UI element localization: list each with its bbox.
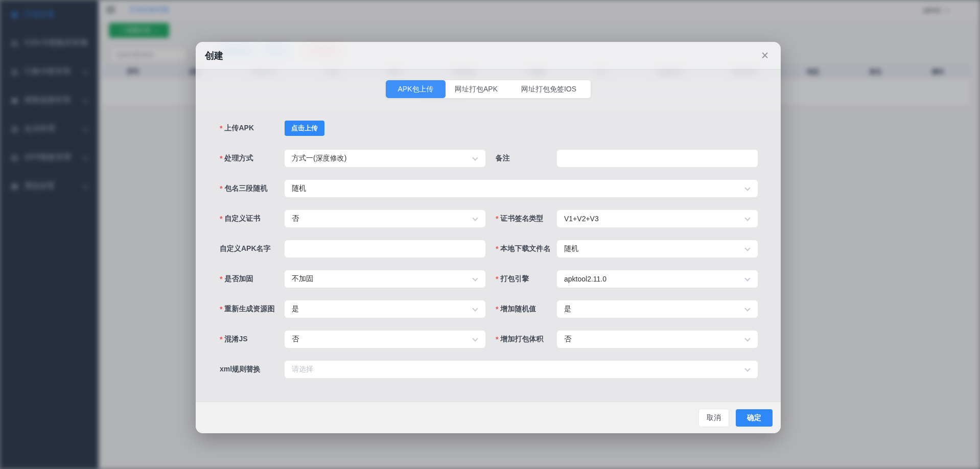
chevron-down-icon xyxy=(472,215,478,221)
harden-label: *是否加固 xyxy=(220,274,285,284)
upload-apk-button[interactable]: 点击上传 xyxy=(285,121,324,136)
regen-resource-label: *重新生成资源图 xyxy=(220,304,285,314)
required-asterisk: * xyxy=(220,184,222,193)
form-field: 否 xyxy=(285,210,485,227)
required-asterisk: * xyxy=(220,154,222,162)
required-asterisk: * xyxy=(220,215,222,223)
form-field: 是 xyxy=(285,300,485,318)
select-value: 否 xyxy=(292,335,468,344)
form-field: 随机 xyxy=(557,240,758,257)
xml-rule-replace-select[interactable]: 请选择 xyxy=(285,361,758,378)
required-asterisk: * xyxy=(220,275,222,283)
required-asterisk: * xyxy=(220,305,222,313)
form-row: *混淆JS否*增加打包体积否 xyxy=(196,324,781,354)
select-value: 不加固 xyxy=(292,274,468,284)
process-mode-select[interactable]: 方式一(深度修改) xyxy=(285,150,485,167)
form-row: xml规则替换请选择 xyxy=(196,354,781,384)
chevron-down-icon xyxy=(744,275,750,281)
close-icon[interactable]: × xyxy=(758,49,772,62)
dialog-body: APK包上传 网址打包APK 网址打包免签IOS *上传APK点击上传*处理方式… xyxy=(196,69,781,402)
cert-sign-type-label: *证书签名类型 xyxy=(485,214,557,223)
add-package-size-label: *增加打包体积 xyxy=(485,335,557,344)
custom-apk-name-field[interactable] xyxy=(285,240,485,257)
chevron-down-icon xyxy=(744,215,750,221)
form-field: 否 xyxy=(557,331,758,348)
chevron-down-icon xyxy=(472,306,478,311)
chevron-down-icon xyxy=(744,185,750,191)
form-row: *重新生成资源图是*增加随机值是 xyxy=(196,294,781,324)
required-asterisk: * xyxy=(496,245,498,253)
dialog-header: 创建 × xyxy=(196,42,781,69)
dialog-footer: 取消 确定 xyxy=(196,402,781,433)
select-value: 请选择 xyxy=(292,365,740,374)
select-value: 随机 xyxy=(292,184,740,193)
package-name-random-select[interactable]: 随机 xyxy=(285,180,758,197)
required-asterisk: * xyxy=(496,305,498,313)
package-name-random-label: *包名三段随机 xyxy=(220,184,285,193)
obfuscate-js-label: *混淆JS xyxy=(220,335,285,344)
chevron-down-icon xyxy=(472,275,478,281)
form-row: *上传APK点击上传 xyxy=(196,113,781,143)
xml-rule-replace-label: xml规则替换 xyxy=(220,365,285,374)
create-form: *上传APK点击上传*处理方式方式一(深度修改)备注*包名三段随机随机*自定义证… xyxy=(196,113,781,384)
required-asterisk: * xyxy=(496,215,498,223)
form-row: *是否加固不加固*打包引擎apktool2.11.0 xyxy=(196,264,781,294)
form-field: V1+V2+V3 xyxy=(557,210,758,227)
select-value: apktool2.11.0 xyxy=(564,275,740,283)
local-download-name-select[interactable]: 随机 xyxy=(557,240,758,257)
form-field: 否 xyxy=(285,331,485,348)
remark-field[interactable] xyxy=(557,150,758,167)
upload-apk-label: *上传APK xyxy=(220,124,285,133)
form-field: 方式一(深度修改) xyxy=(285,150,485,167)
custom-cert-select[interactable]: 否 xyxy=(285,210,485,227)
cert-sign-type-select[interactable]: V1+V2+V3 xyxy=(557,210,758,227)
form-field: 是 xyxy=(557,300,758,318)
chevron-down-icon xyxy=(744,245,750,251)
process-mode-label: *处理方式 xyxy=(220,154,285,163)
form-row: *自定义证书否*证书签名类型V1+V2+V3 xyxy=(196,203,781,233)
chevron-down-icon xyxy=(472,336,478,341)
select-value: 是 xyxy=(292,304,468,314)
chevron-down-icon xyxy=(744,366,750,371)
custom-apk-name-label: 自定义APK名字 xyxy=(220,244,285,253)
form-row: 自定义APK名字*本地下载文件名随机 xyxy=(196,233,781,264)
add-random-value-select[interactable]: 是 xyxy=(557,300,758,318)
upload-mode-tabs: APK包上传 网址打包APK 网址打包免签IOS xyxy=(386,80,591,98)
pack-engine-select[interactable]: apktool2.11.0 xyxy=(557,270,758,288)
screen: ▦打包任务▤CDK卡密购买管理▥己购卡密管理▣销售链接管理▧会员管理▨APP模板… xyxy=(0,0,980,469)
form-field xyxy=(557,150,758,167)
add-package-size-select[interactable]: 否 xyxy=(557,331,758,348)
required-asterisk: * xyxy=(496,275,498,283)
tab-apk-upload[interactable]: APK包上传 xyxy=(386,80,446,98)
form-field: 请选择 xyxy=(285,361,758,378)
regen-resource-select[interactable]: 是 xyxy=(285,300,485,318)
add-random-value-label: *增加随机值 xyxy=(485,304,557,314)
obfuscate-js-select[interactable]: 否 xyxy=(285,331,485,348)
form-field: 随机 xyxy=(285,180,758,197)
remark-label: 备注 xyxy=(485,154,557,163)
dialog-title: 创建 xyxy=(205,50,223,62)
confirm-button[interactable]: 确定 xyxy=(736,409,773,427)
tab-url-pack-apk[interactable]: 网址打包APK xyxy=(446,80,507,98)
form-field xyxy=(285,240,485,257)
custom-cert-label: *自定义证书 xyxy=(220,214,285,223)
select-value: 随机 xyxy=(564,244,740,253)
pack-engine-label: *打包引擎 xyxy=(485,274,557,284)
chevron-down-icon xyxy=(744,336,750,341)
select-value: 是 xyxy=(564,304,740,314)
select-value: 方式一(深度修改) xyxy=(292,154,468,163)
tab-url-pack-ios[interactable]: 网址打包免签IOS xyxy=(507,80,591,98)
form-field: apktool2.11.0 xyxy=(557,270,758,288)
select-value: 否 xyxy=(564,335,740,344)
create-dialog: 创建 × APK包上传 网址打包APK 网址打包免签IOS *上传APK点击上传… xyxy=(196,42,781,433)
required-asterisk: * xyxy=(220,335,222,343)
form-field: 点击上传 xyxy=(285,121,485,136)
required-asterisk: * xyxy=(220,124,222,132)
cancel-button[interactable]: 取消 xyxy=(699,409,729,427)
form-row: *处理方式方式一(深度修改)备注 xyxy=(196,143,781,173)
required-asterisk: * xyxy=(496,335,498,343)
chevron-down-icon xyxy=(744,306,750,311)
form-row: *包名三段随机随机 xyxy=(196,173,781,203)
harden-select[interactable]: 不加固 xyxy=(285,270,485,288)
chevron-down-icon xyxy=(472,155,478,160)
